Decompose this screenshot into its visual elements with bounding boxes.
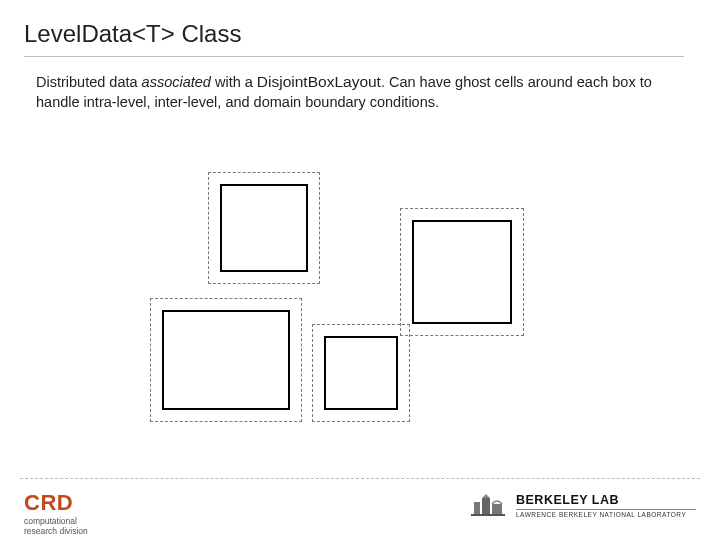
svg-rect-4	[492, 504, 502, 514]
building-icon	[470, 492, 506, 518]
title-underline	[24, 56, 684, 57]
body-text: Distributed data associated with a Disjo…	[36, 72, 676, 112]
svg-rect-1	[474, 502, 480, 514]
title-wrap: LevelData<T> Class	[24, 20, 241, 48]
crd-main: CRD	[24, 490, 88, 516]
footer-rule	[20, 478, 700, 479]
solid-box-2	[412, 220, 512, 324]
solid-box-3	[162, 310, 290, 410]
lab-line1: BERKELEY LAB	[516, 493, 696, 507]
lab-text: BERKELEY LAB LAWRENCE BERKELEY NATIONAL …	[516, 493, 696, 518]
logo-crd: CRD computational research division	[24, 490, 88, 536]
solid-box-4	[324, 336, 398, 410]
svg-rect-0	[471, 514, 505, 516]
page-title: LevelData<T> Class	[24, 20, 241, 48]
body-mid: with a	[211, 74, 257, 90]
logo-berkeley-lab: BERKELEY LAB LAWRENCE BERKELEY NATIONAL …	[470, 492, 696, 518]
crd-sub2: research division	[24, 527, 88, 536]
body-mono: DisjointBoxLayout	[257, 73, 381, 90]
body-assoc: associated	[142, 74, 211, 90]
svg-rect-2	[482, 498, 490, 514]
diagram	[150, 168, 570, 428]
slide: LevelData<T> Class Distributed data asso…	[0, 0, 720, 540]
lab-rule	[516, 509, 696, 510]
svg-marker-3	[482, 494, 490, 498]
solid-box-1	[220, 184, 308, 272]
body-pre: Distributed data	[36, 74, 142, 90]
crd-sub1: computational	[24, 517, 88, 526]
lab-line2: LAWRENCE BERKELEY NATIONAL LABORATORY	[516, 511, 696, 518]
